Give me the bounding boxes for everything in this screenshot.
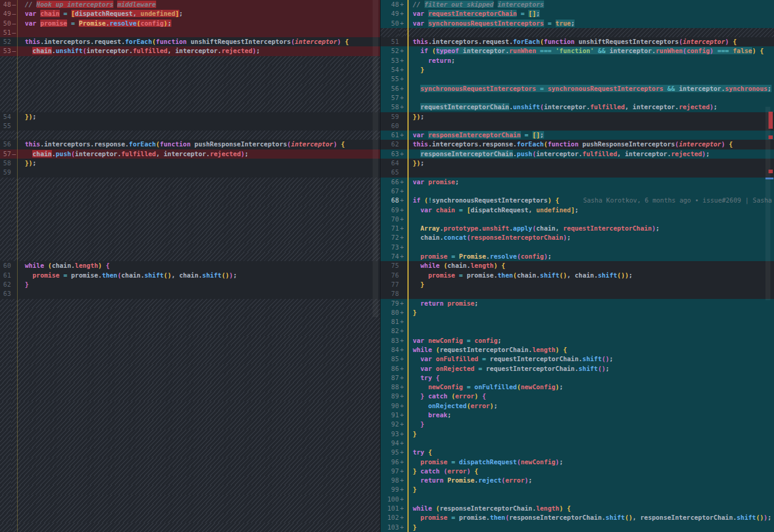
line-number[interactable]: 102 bbox=[381, 513, 399, 522]
code-line[interactable]: 81+ bbox=[381, 317, 774, 326]
code-line[interactable]: 80+ } bbox=[381, 308, 774, 317]
line-number[interactable]: 66 bbox=[381, 178, 399, 187]
line-number[interactable]: 63 bbox=[0, 289, 11, 298]
code-line[interactable]: 70+ bbox=[381, 215, 774, 224]
line-number[interactable]: 60 bbox=[381, 121, 399, 131]
line-number[interactable]: 56 bbox=[0, 140, 11, 149]
code-line[interactable]: 54 }); bbox=[0, 112, 380, 121]
line-number[interactable]: 103 bbox=[381, 523, 399, 532]
line-number[interactable]: 71 bbox=[381, 224, 399, 233]
code-line[interactable]: 59 }); bbox=[381, 112, 774, 121]
code-line[interactable]: 89+ } catch (error) { bbox=[381, 392, 774, 401]
line-number[interactable]: 63 bbox=[381, 149, 399, 159]
line-number[interactable]: 61 bbox=[0, 271, 11, 280]
line-number[interactable]: 55 bbox=[0, 121, 11, 131]
code-line[interactable]: 62 } bbox=[0, 280, 380, 289]
code-line[interactable]: 55+ bbox=[381, 74, 774, 84]
code-line[interactable]: 98+ return Promise.reject(error); bbox=[381, 476, 774, 485]
code-line[interactable]: 59 bbox=[0, 168, 380, 177]
code-line[interactable]: 55 bbox=[0, 121, 380, 131]
line-number[interactable]: 78 bbox=[381, 289, 399, 298]
line-number[interactable]: 60 bbox=[0, 261, 11, 270]
code-line[interactable]: 79+ return promise; bbox=[381, 299, 774, 308]
code-line[interactable]: 74+ promise = Promise.resolve(config); bbox=[381, 252, 774, 261]
code-line[interactable]: 72+ chain.concat(responseInterceptorChai… bbox=[381, 233, 774, 242]
code-line[interactable]: 69+ var chain = [dispatchRequest, undefi… bbox=[381, 206, 774, 215]
code-line[interactable]: 61+ var responseInterceptorChain = []; bbox=[381, 131, 774, 140]
line-number[interactable]: 73 bbox=[381, 243, 399, 252]
code-line[interactable]: 101+ while (responseInterceptorChain.len… bbox=[381, 504, 774, 513]
code-line[interactable]: 93+ } bbox=[381, 430, 774, 439]
code-line[interactable]: 100+ bbox=[381, 495, 774, 504]
line-number[interactable]: 86 bbox=[381, 364, 399, 373]
line-number[interactable]: 75 bbox=[381, 261, 399, 270]
line-number[interactable]: 51 bbox=[0, 28, 11, 37]
line-number[interactable]: 56 bbox=[381, 84, 399, 93]
code-line[interactable]: 58+ requestInterceptorChain.unshift(inte… bbox=[381, 102, 774, 112]
code-line[interactable]: 65 bbox=[381, 168, 774, 177]
code-line[interactable]: 68+ if (!synchronousRequestInterceptors)… bbox=[381, 196, 774, 205]
code-line[interactable]: 77 } bbox=[381, 280, 774, 289]
line-number[interactable]: 61 bbox=[381, 131, 399, 140]
code-line[interactable]: 63+ responseInterceptorChain.push(interc… bbox=[381, 149, 774, 159]
code-line[interactable]: 60 bbox=[381, 121, 774, 131]
code-line[interactable]: 88+ newConfig = onFulfilled(newConfig); bbox=[381, 383, 774, 392]
line-number[interactable]: 49 bbox=[381, 9, 399, 18]
code-line[interactable]: 92+ } bbox=[381, 420, 774, 429]
line-number[interactable]: 51 bbox=[381, 37, 399, 46]
code-line[interactable]: 63 bbox=[0, 289, 380, 298]
line-number[interactable]: 67 bbox=[381, 187, 399, 196]
code-line[interactable]: 82+ bbox=[381, 326, 774, 336]
line-number[interactable]: 50 bbox=[0, 19, 11, 28]
line-number[interactable]: 74 bbox=[381, 252, 399, 261]
code-line[interactable]: 60 while (chain.length) { bbox=[0, 261, 380, 270]
line-number[interactable]: 65 bbox=[381, 168, 399, 177]
code-line[interactable]: 73+ bbox=[381, 243, 774, 252]
line-number[interactable]: 53 bbox=[381, 56, 399, 65]
code-line[interactable]: 49– var chain = [dispatchRequest, undefi… bbox=[0, 9, 380, 18]
code-line[interactable]: 97+ } catch (error) { bbox=[381, 467, 774, 476]
line-number[interactable]: 69 bbox=[381, 206, 399, 215]
line-number[interactable]: 54 bbox=[0, 112, 11, 121]
line-number[interactable]: 58 bbox=[381, 102, 399, 112]
code-line[interactable]: 56 this.interceptors.response.forEach(fu… bbox=[0, 140, 380, 149]
code-line[interactable]: 84+ while (requestInterceptorChain.lengt… bbox=[381, 345, 774, 354]
code-line[interactable]: 71+ Array.prototype.unshift.apply(chain,… bbox=[381, 224, 774, 233]
line-number[interactable]: 101 bbox=[381, 504, 399, 513]
line-number[interactable]: 80 bbox=[381, 308, 399, 317]
line-number[interactable]: 85 bbox=[381, 354, 399, 364]
line-number[interactable]: 100 bbox=[381, 495, 399, 504]
line-number[interactable]: 72 bbox=[381, 233, 399, 242]
line-number[interactable]: 81 bbox=[381, 317, 399, 326]
line-number[interactable]: 64 bbox=[381, 159, 399, 168]
code-line[interactable]: 51– bbox=[0, 28, 380, 37]
code-line[interactable]: 90+ onRejected(error); bbox=[381, 401, 774, 411]
code-line[interactable]: 76 promise = promise.then(chain.shift(),… bbox=[381, 271, 774, 280]
overview-ruler[interactable] bbox=[765, 0, 774, 532]
line-number[interactable]: 82 bbox=[381, 326, 399, 336]
line-number[interactable]: 49 bbox=[0, 9, 11, 18]
line-number[interactable]: 59 bbox=[0, 168, 11, 177]
code-line[interactable]: 54+ } bbox=[381, 65, 774, 74]
code-line[interactable]: 94+ bbox=[381, 439, 774, 448]
code-line[interactable]: 49+ var requestInterceptorChain = []; bbox=[381, 9, 774, 18]
code-line[interactable]: 53– chain.unshift(interceptor.fulfilled,… bbox=[0, 46, 380, 56]
line-number[interactable]: 53 bbox=[0, 46, 11, 56]
code-line[interactable]: 62 this.interceptors.response.forEach(fu… bbox=[381, 140, 774, 149]
original-pane[interactable]: 48– // Hook up interceptors middleware49… bbox=[0, 0, 380, 532]
code-line[interactable]: 64 }); bbox=[381, 159, 774, 168]
code-line[interactable]: 87+ try { bbox=[381, 373, 774, 383]
code-line[interactable]: 67+ bbox=[381, 187, 774, 196]
line-number[interactable]: 52 bbox=[381, 46, 399, 56]
line-number[interactable]: 57 bbox=[381, 93, 399, 102]
line-number[interactable]: 95 bbox=[381, 448, 399, 457]
code-line[interactable]: 66+ var promise; bbox=[381, 178, 774, 187]
code-line[interactable]: 78 bbox=[381, 289, 774, 298]
code-line[interactable]: 102+ promise = promise.then(responseInte… bbox=[381, 513, 774, 522]
code-line[interactable]: 50– var promise = Promise.resolve(config… bbox=[0, 19, 380, 28]
line-number[interactable]: 70 bbox=[381, 215, 399, 224]
line-number[interactable]: 98 bbox=[381, 476, 399, 485]
code-line[interactable]: 85+ var onFulfilled = requestInterceptor… bbox=[381, 354, 774, 364]
code-line[interactable]: 103+ } bbox=[381, 523, 774, 532]
code-line[interactable]: 48– // Hook up interceptors middleware bbox=[0, 0, 380, 9]
